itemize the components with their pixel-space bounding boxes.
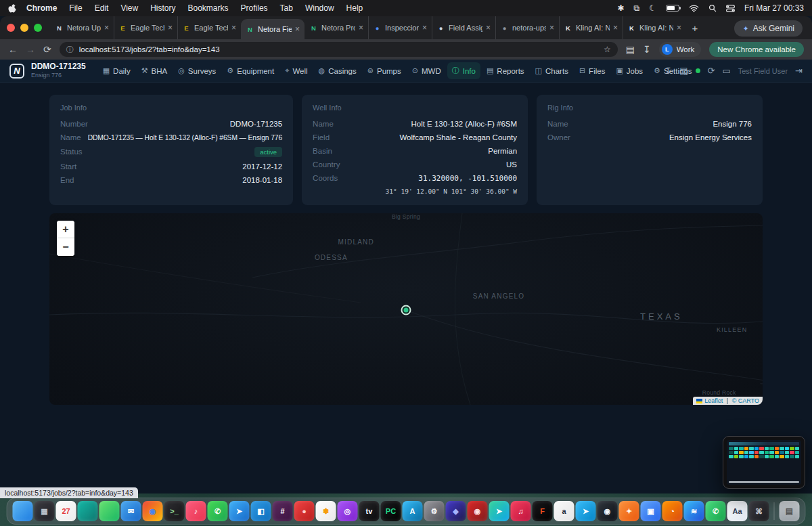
- browser-tab[interactable]: E Eagle Tech I ×: [177, 16, 241, 39]
- browser-tab[interactable]: N Netora Field ×: [241, 19, 304, 39]
- dock-app-icon[interactable]: ●: [294, 501, 315, 521]
- dock-app-icon[interactable]: ♫: [511, 501, 531, 521]
- address-bar[interactable]: ⓘ localhost:5173/jobs/2?tab=info&day=143…: [60, 42, 618, 57]
- dock-app-icon[interactable]: PC: [381, 501, 401, 521]
- apple-menu-icon[interactable]: [8, 3, 16, 13]
- nav-tab[interactable]: ◫ Charts: [531, 63, 573, 79]
- menu-item[interactable]: File: [63, 3, 88, 13]
- well-location-map[interactable]: + − Big SpringMIDLANDODESSASAN ANGELOTEX…: [49, 213, 763, 405]
- menu-item[interactable]: Tab: [274, 3, 299, 13]
- menu-item[interactable]: Edit: [89, 3, 115, 13]
- dock-app-icon[interactable]: [13, 501, 33, 521]
- well-location-marker[interactable]: [401, 305, 411, 315]
- dock-app-icon[interactable]: ≋: [684, 501, 704, 521]
- dock-app-icon[interactable]: ✽: [316, 501, 336, 521]
- tab-close-icon[interactable]: ×: [231, 23, 236, 32]
- menu-item[interactable]: View: [114, 3, 144, 13]
- browser-tab[interactable]: N Netora Upst ×: [50, 16, 114, 39]
- zoom-out-button[interactable]: −: [57, 238, 74, 256]
- browser-tab[interactable]: ● Inspeccione ×: [368, 16, 432, 39]
- dock-app-icon[interactable]: F: [533, 501, 553, 521]
- print-icon[interactable]: ▤: [679, 66, 687, 75]
- menu-item[interactable]: Window: [299, 3, 340, 13]
- menu-item[interactable]: History: [144, 3, 181, 13]
- wifi-icon[interactable]: [689, 5, 699, 12]
- menu-bar-clock[interactable]: Fri Mar 27 00:33: [744, 3, 804, 13]
- site-info-icon[interactable]: ⓘ: [66, 45, 74, 55]
- chrome-update-chip[interactable]: New Chrome available: [709, 42, 804, 57]
- browser-tab[interactable]: ● Field Assign ×: [432, 16, 495, 39]
- forward-button[interactable]: →: [26, 45, 35, 54]
- control-center-icon[interactable]: [726, 5, 735, 12]
- back-button[interactable]: ←: [8, 45, 18, 54]
- dock-app-icon[interactable]: ◉: [143, 501, 163, 521]
- tab-close-icon[interactable]: ×: [104, 23, 109, 32]
- tab-close-icon[interactable]: ×: [359, 23, 363, 32]
- nav-tab[interactable]: ◍ Casings: [314, 63, 361, 79]
- reload-button[interactable]: ⟳: [43, 45, 51, 54]
- dock-app-icon[interactable]: ◉: [468, 501, 488, 521]
- screen-share-pip-window[interactable]: [723, 436, 805, 489]
- browser-tab[interactable]: N Netora Prod ×: [304, 16, 368, 39]
- profile-chip[interactable]: L Work: [659, 42, 702, 57]
- keystone-icon[interactable]: ✱: [618, 3, 625, 13]
- tab-close-icon[interactable]: ×: [486, 23, 491, 32]
- dock-app-icon[interactable]: ◔: [662, 501, 683, 521]
- tab-close-icon[interactable]: ×: [295, 24, 300, 34]
- app-logo[interactable]: N: [9, 64, 24, 79]
- nav-tab[interactable]: ▣ Jobs: [611, 63, 648, 79]
- leaflet-link[interactable]: Leaflet: [704, 397, 723, 404]
- nav-tab[interactable]: ⊙ MWD: [407, 63, 446, 79]
- nav-tab[interactable]: ⚒ BHA: [137, 63, 173, 79]
- menu-item[interactable]: Bookmarks: [182, 3, 235, 13]
- sync-icon[interactable]: ⟳: [708, 66, 715, 75]
- dock-app-icon[interactable]: ✉: [121, 501, 141, 521]
- browser-tab[interactable]: ● netora-upst ×: [495, 16, 559, 39]
- nav-tab[interactable]: ▤ Reports: [482, 63, 529, 79]
- new-tab-button[interactable]: +: [686, 16, 704, 39]
- nav-tab[interactable]: ⊟ Files: [574, 63, 610, 79]
- battery-icon[interactable]: [666, 5, 679, 12]
- logout-icon[interactable]: ⇥: [795, 66, 803, 75]
- dock-app-icon[interactable]: ✆: [208, 501, 228, 521]
- tab-close-icon[interactable]: ×: [677, 23, 681, 32]
- tab-close-icon[interactable]: ×: [613, 23, 618, 32]
- close-window-button[interactable]: [7, 24, 15, 32]
- maximize-window-button[interactable]: [34, 24, 42, 32]
- dock-app-icon[interactable]: a: [554, 501, 574, 521]
- nav-tab[interactable]: ⌖ Well: [280, 63, 312, 79]
- bookmark-star-icon[interactable]: ☆: [604, 45, 611, 54]
- nav-tab[interactable]: ◎ Surveys: [173, 63, 221, 79]
- dock-app-icon[interactable]: 27: [56, 501, 76, 521]
- dock-app-icon[interactable]: tv: [359, 501, 380, 521]
- tab-close-icon[interactable]: ×: [549, 23, 554, 32]
- dock-app-icon[interactable]: ✆: [706, 501, 726, 521]
- dock-app-icon[interactable]: #: [273, 501, 293, 521]
- dock-app-icon[interactable]: ⚙: [424, 501, 445, 521]
- dock-app-icon[interactable]: [99, 501, 120, 521]
- menu-item[interactable]: Help: [340, 3, 369, 13]
- dock-app-icon[interactable]: A: [403, 501, 423, 521]
- nav-tab[interactable]: ⊚ Pumps: [363, 63, 406, 79]
- dock-app-icon[interactable]: ♪: [186, 501, 206, 521]
- dock-app-icon[interactable]: >_: [164, 501, 185, 521]
- trash-icon[interactable]: ▤: [780, 501, 800, 521]
- tab-close-icon[interactable]: ×: [422, 23, 427, 32]
- nav-tab[interactable]: ⓘ Info: [447, 62, 480, 79]
- display-mode-icon[interactable]: ▭: [722, 66, 730, 75]
- dock-app-icon[interactable]: ◎: [338, 501, 358, 521]
- carto-link[interactable]: © CARTO: [732, 397, 759, 404]
- focus-moon-icon[interactable]: ☾: [649, 3, 656, 13]
- dock-app-icon[interactable]: ➤: [229, 501, 250, 521]
- spotlight-search-icon[interactable]: [708, 4, 717, 12]
- tab-close-icon[interactable]: ×: [168, 23, 173, 32]
- dock-app-icon[interactable]: ✦: [619, 501, 639, 521]
- dock-app-icon[interactable]: ➤: [489, 501, 510, 521]
- menu-item[interactable]: Profiles: [235, 3, 274, 13]
- dock-app-icon[interactable]: ◆: [446, 501, 466, 521]
- browser-tab[interactable]: E Eagle Tech I ×: [114, 16, 177, 39]
- browser-tab[interactable]: K Kling AI: Ne ×: [559, 16, 623, 39]
- nav-tab[interactable]: ⚙ Equipment: [222, 63, 279, 79]
- nav-tab[interactable]: ▦ Daily: [98, 63, 135, 79]
- dock-app-icon[interactable]: ⌘: [749, 501, 769, 521]
